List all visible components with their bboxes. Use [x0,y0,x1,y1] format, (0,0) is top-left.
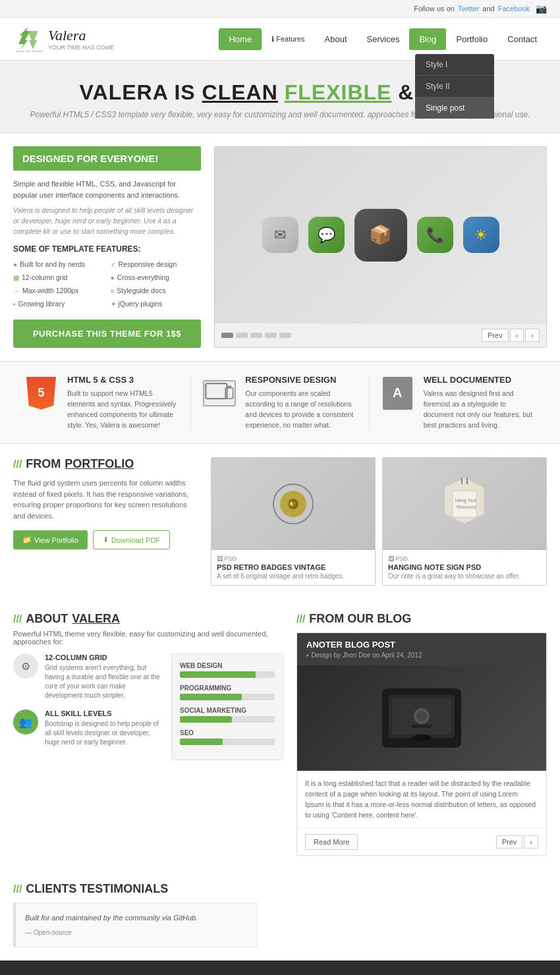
weather-icon: ☀ [463,217,499,253]
left-desc1: Simple and flexible HTML, CSS, and Javas… [13,179,201,200]
docs-title: WELL DOCUMENTED [424,375,537,385]
dropdown-style1[interactable]: Style I [415,54,494,76]
svg-text:👁: 👁 [289,501,295,508]
dot-1[interactable] [221,333,233,338]
portfolio-label-2: 🖼 PSD HANGING NOTE SIGN PSD Our note is … [383,550,546,585]
feature-jquery: ✦ jQuery plugins [111,298,202,309]
view-portfolio-btn[interactable]: 📁 View Portfolio [13,530,88,549]
features-title: SOME OF TEMPLATE FEATURES: [13,244,201,254]
svg-text:Hang Your: Hang Your [455,498,477,503]
feature-html5: 5 HTML 5 & CSS 3 Built to support new HT… [13,375,191,430]
dropdown-style2[interactable]: Style II [415,76,494,98]
phone-icon: 📞 [417,217,453,253]
nav-features[interactable]: ℹ Features [262,29,314,49]
feature-nerds: ● Built for and by nerds [13,259,104,269]
portfolio-type-1: 🖼 PSD [217,555,370,562]
features-row: 5 HTML 5 & CSS 3 Built to support new HT… [0,361,560,444]
feature-library-label: Growing library [18,300,65,308]
html5-title: HTML 5 & CSS 3 [67,375,181,385]
responsive-design-icon [203,380,236,406]
main-app-icon: 📦 [354,209,407,262]
about-feature-grid-text: 12-COLUMN GRID Grid systems aren't every… [45,654,163,700]
gear-icon: ⚙ [13,654,38,679]
blog-next-btn[interactable]: › [524,835,538,849]
responsive-title: RESPONSIVE DESIGN [245,375,358,385]
feature-responsive: ✓ Responsive design [111,259,202,269]
skill-social-label: SOCIAL MARKETING [180,707,275,714]
blog-title: /// FROM OUR BLOG [296,612,547,626]
nav-links: Home ℹ Features About Services Blog Port… [219,28,547,50]
html5-icon: 5 [26,377,56,410]
left-desc2: Valera is designed to help people of all… [13,206,201,237]
download-pdf-btn[interactable]: ⬇ Download PDF [93,530,170,549]
purchase-button[interactable]: PURCHASE THIS THEME FOR 1$$ [13,320,201,348]
skill-programming-fill [180,694,242,700]
read-more-btn[interactable]: Read More [305,834,358,850]
portfolio-word: PORTFOLIO [65,457,134,471]
nerds-icon: ● [13,261,17,268]
testimonial-box: Built for and maintained by the communit… [13,903,257,947]
slider-next2[interactable]: › [525,329,540,342]
dot-2[interactable] [236,333,248,338]
testimonial-text: Built for and maintained by the communit… [25,912,247,924]
portfolio-desc-1: A set of 6 original vintage and retro ba… [217,572,370,580]
portfolio-item-2: Hang Your Resource 🖼 PSD HANGING NOTE SI… [382,457,547,586]
svg-rect-1 [206,383,227,399]
nav-services[interactable]: Services [357,28,410,50]
portfolio-title: /// FROM PORTFOLIO [13,457,198,471]
logo: YOUR TIME HAS COME Valera YOUR TIME HAS … [13,26,114,52]
dropdown-single-post[interactable]: Single post [415,98,494,119]
blog-prev-btn[interactable]: Prev [496,835,523,849]
about-blog-section: /// ABOUT VALERA Powerful HTML theme ver… [0,599,560,869]
styleguide-icon: ≡ [111,287,115,294]
skill-seo: SEO [180,729,275,745]
main-nav: YOUR TIME HAS COME Valera YOUR TIME HAS … [0,18,560,61]
top-bar: Follow us on Twitter and Facebook 📷 [0,0,560,18]
nav-contact[interactable]: Contact [497,28,547,50]
responsive-icon-container [201,375,237,411]
about-feature-grid: ⚙ 12-COLUMN GRID Grid systems aren't eve… [13,654,163,700]
skills-panel: WEB DESIGN PROGRAMMING SOCIAL MARKETING [171,654,283,760]
slider-next[interactable]: ‹ [510,329,524,342]
responsive-icon: ✓ [111,261,116,268]
feature-jquery-label: jQuery plugins [119,300,163,308]
portfolio-desc: The fluid grid system uses percents for … [13,478,198,521]
facebook-link[interactable]: Facebook [498,5,530,13]
portfolio-name-2: HANGING NOTE SIGN PSD [388,563,541,571]
skill-webdesign-fill [180,671,256,678]
follow-text: Follow us on [414,5,455,13]
dot-5[interactable] [279,333,291,338]
html5-icon-container: 5 [23,375,59,411]
dot-3[interactable] [250,333,262,338]
feature-styleguide: ≡ Styleguide docs [111,285,202,296]
testimonials-bars: /// [13,883,22,895]
blog-image [297,665,546,771]
about-desc: Powerful HTML theme very flexible, easy … [13,630,283,646]
responsive-desc: Our components are scaled according to a… [245,389,358,430]
designed-banner: DESIGNED FOR EVERYONE! [13,146,201,171]
nav-portfolio[interactable]: Portfolio [446,28,497,50]
twitter-link[interactable]: Twitter [458,5,479,13]
svg-text:Resource: Resource [457,505,476,509]
feature-grid: ▦ 12-column grid [13,272,104,283]
feature-maxwidth-label: Max-width 1200px [22,287,78,294]
blog-dropdown: Style I Style II Single post [415,54,494,119]
nav-about[interactable]: About [315,28,357,50]
left-panel: DESIGNED FOR EVERYONE! Simple and flexib… [13,146,201,348]
testimonials-title: /// CLIENTS TESTIMONIALS [13,882,257,896]
docs-desc: Valera was designed first and foremost a… [424,389,537,430]
twitter-section: // OUR TWITTER FEED Find out what's happ… [0,961,560,975]
slider-panel: ✉ 💬 📦 📞 ☀ Prev ‹ › [214,146,547,348]
slider-nav-btns: Prev ‹ › [482,329,540,342]
portfolio-bars: /// [13,459,22,470]
portfolio-section: /// FROM PORTFOLIO The fluid grid system… [0,444,560,599]
dot-4[interactable] [265,333,277,338]
blog-bars: /// [296,613,305,625]
nav-home[interactable]: Home [219,28,262,50]
mail-icon: ✉ [262,217,298,253]
app-icons: ✉ 💬 📦 📞 ☀ [262,209,499,262]
responsive-text: RESPONSIVE DESIGN Our components are sca… [245,375,358,430]
main-section: DESIGNED FOR EVERYONE! Simple and flexib… [0,133,560,361]
nav-blog[interactable]: Blog [409,28,446,50]
slider-prev[interactable]: Prev [482,329,509,342]
